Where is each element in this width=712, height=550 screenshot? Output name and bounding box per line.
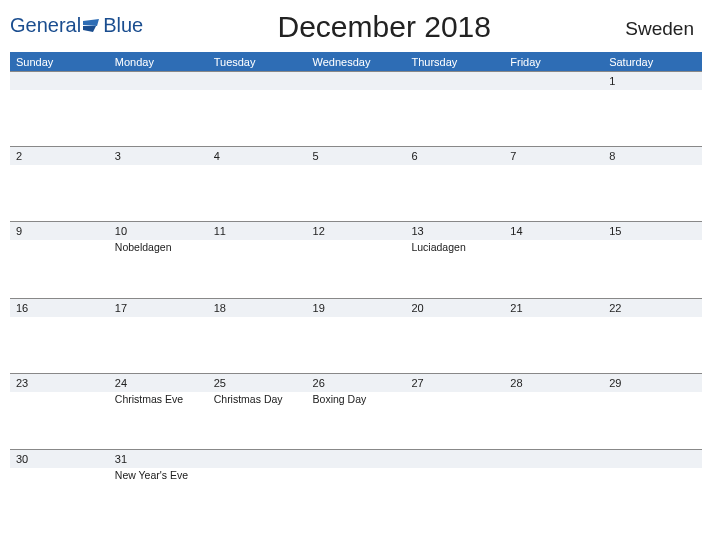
day-event bbox=[307, 240, 406, 256]
day-num: 31 bbox=[109, 450, 208, 468]
day-num: 8 bbox=[603, 147, 702, 165]
day-num: 22 bbox=[603, 299, 702, 317]
day-num bbox=[307, 450, 406, 468]
day-num: 28 bbox=[504, 374, 603, 392]
day-num bbox=[109, 72, 208, 90]
logo: General Blue bbox=[10, 14, 143, 37]
day-event bbox=[603, 165, 702, 179]
week-2: 9 10 11 12 13 14 15 Nobeldagen Luciadage… bbox=[10, 221, 702, 298]
day-num bbox=[405, 450, 504, 468]
day-num: 29 bbox=[603, 374, 702, 392]
day-header-cell: Wednesday bbox=[307, 52, 406, 71]
day-event: New Year's Eve bbox=[109, 468, 208, 484]
logo-flag-icon bbox=[83, 19, 101, 33]
day-event bbox=[208, 165, 307, 179]
day-event: Luciadagen bbox=[405, 240, 504, 256]
day-num: 25 bbox=[208, 374, 307, 392]
week-1: 2 3 4 5 6 7 8 bbox=[10, 146, 702, 221]
day-num bbox=[603, 450, 702, 468]
day-num bbox=[307, 72, 406, 90]
week-5: 30 31 New Year's Eve bbox=[10, 449, 702, 526]
day-event bbox=[504, 468, 603, 484]
day-num: 19 bbox=[307, 299, 406, 317]
day-event bbox=[10, 90, 109, 104]
day-num: 4 bbox=[208, 147, 307, 165]
day-event bbox=[405, 468, 504, 484]
day-num bbox=[10, 72, 109, 90]
day-event bbox=[603, 90, 702, 104]
day-event bbox=[504, 90, 603, 104]
week-4: 23 24 25 26 27 28 29 Christmas Eve Chris… bbox=[10, 373, 702, 450]
day-event bbox=[405, 392, 504, 408]
day-event bbox=[208, 90, 307, 104]
day-num: 2 bbox=[10, 147, 109, 165]
day-event bbox=[10, 165, 109, 179]
day-num bbox=[504, 450, 603, 468]
day-num: 26 bbox=[307, 374, 406, 392]
day-header-cell: Friday bbox=[504, 52, 603, 71]
day-event bbox=[208, 317, 307, 331]
day-header-cell: Sunday bbox=[10, 52, 109, 71]
week-3: 16 17 18 19 20 21 22 bbox=[10, 298, 702, 373]
day-event: Nobeldagen bbox=[109, 240, 208, 256]
day-event bbox=[405, 317, 504, 331]
day-event bbox=[208, 240, 307, 256]
day-event bbox=[208, 468, 307, 484]
day-num: 5 bbox=[307, 147, 406, 165]
day-event bbox=[10, 317, 109, 331]
day-event bbox=[603, 468, 702, 484]
day-num: 20 bbox=[405, 299, 504, 317]
day-header-cell: Saturday bbox=[603, 52, 702, 71]
day-header-cell: Thursday bbox=[405, 52, 504, 71]
calendar: Sunday Monday Tuesday Wednesday Thursday… bbox=[10, 52, 702, 526]
day-num bbox=[504, 72, 603, 90]
day-header-row: Sunday Monday Tuesday Wednesday Thursday… bbox=[10, 52, 702, 71]
day-num: 14 bbox=[504, 222, 603, 240]
day-num: 18 bbox=[208, 299, 307, 317]
day-event bbox=[603, 240, 702, 256]
day-event bbox=[307, 165, 406, 179]
day-num: 24 bbox=[109, 374, 208, 392]
logo-text-blue: Blue bbox=[103, 14, 143, 37]
day-num: 11 bbox=[208, 222, 307, 240]
day-num bbox=[208, 450, 307, 468]
day-num: 21 bbox=[504, 299, 603, 317]
page-title: December 2018 bbox=[278, 10, 491, 44]
day-event bbox=[603, 317, 702, 331]
day-num: 12 bbox=[307, 222, 406, 240]
day-num: 30 bbox=[10, 450, 109, 468]
day-num: 17 bbox=[109, 299, 208, 317]
day-num: 6 bbox=[405, 147, 504, 165]
logo-text-general: General bbox=[10, 14, 81, 37]
day-event bbox=[405, 165, 504, 179]
day-event bbox=[504, 392, 603, 408]
day-num: 16 bbox=[10, 299, 109, 317]
day-event bbox=[405, 90, 504, 104]
day-num: 23 bbox=[10, 374, 109, 392]
day-num: 10 bbox=[109, 222, 208, 240]
day-num: 15 bbox=[603, 222, 702, 240]
day-event bbox=[10, 240, 109, 256]
day-event: Christmas Day bbox=[208, 392, 307, 408]
day-event bbox=[504, 240, 603, 256]
day-num: 3 bbox=[109, 147, 208, 165]
header: General Blue December 2018 Sweden bbox=[10, 6, 702, 52]
day-num: 1 bbox=[603, 72, 702, 90]
day-event bbox=[307, 317, 406, 331]
day-header-cell: Monday bbox=[109, 52, 208, 71]
week-0: 1 bbox=[10, 71, 702, 146]
day-event bbox=[504, 317, 603, 331]
day-event bbox=[603, 392, 702, 408]
day-event bbox=[109, 317, 208, 331]
day-event: Christmas Eve bbox=[109, 392, 208, 408]
day-num bbox=[405, 72, 504, 90]
day-num: 13 bbox=[405, 222, 504, 240]
day-event bbox=[109, 165, 208, 179]
day-num: 9 bbox=[10, 222, 109, 240]
day-event bbox=[10, 468, 109, 484]
day-event: Boxing Day bbox=[307, 392, 406, 408]
day-event bbox=[307, 90, 406, 104]
day-event bbox=[109, 90, 208, 104]
region-label: Sweden bbox=[625, 18, 694, 40]
day-num: 7 bbox=[504, 147, 603, 165]
